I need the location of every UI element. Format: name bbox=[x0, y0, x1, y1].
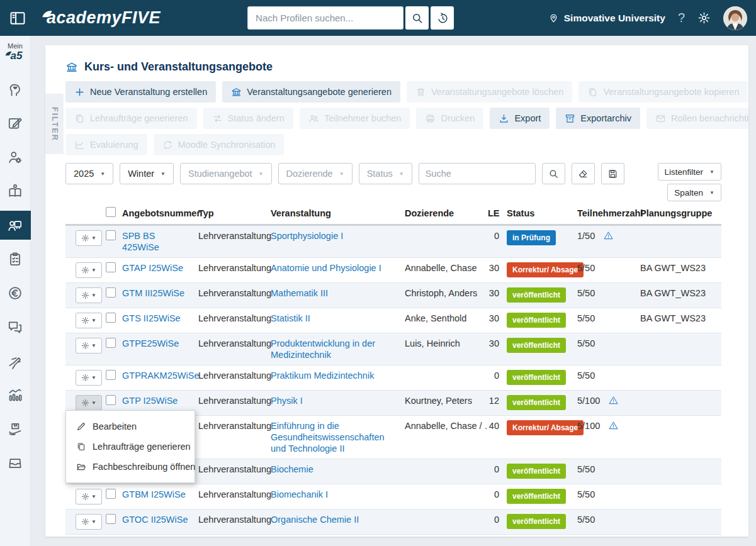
course-title-link[interactable]: Mathematik III bbox=[271, 288, 328, 298]
filter-status-dropdown[interactable]: Status▼ bbox=[359, 163, 412, 184]
row-actions-button[interactable]: ▼ bbox=[76, 514, 102, 530]
printer-icon bbox=[425, 113, 436, 124]
course-title-link[interactable]: Produktentwicklung in der Medizintechnik bbox=[271, 338, 375, 360]
row-actions-button[interactable]: ▼ bbox=[76, 370, 102, 386]
sidebar-item-course-book[interactable] bbox=[0, 177, 31, 206]
offer-number-link[interactable]: GTM III25WiSe bbox=[122, 288, 184, 298]
offer-number-link[interactable]: SPB BS 425WiSe bbox=[122, 231, 159, 252]
profile-search-input[interactable] bbox=[247, 6, 403, 30]
sidebar-item-mein-a5[interactable]: Mein a5 bbox=[8, 42, 23, 62]
university-selector[interactable]: Simovative University bbox=[548, 13, 665, 24]
course-title-link[interactable]: Biomechanik I bbox=[271, 489, 328, 499]
row-actions-button[interactable]: ▼ bbox=[76, 395, 102, 411]
offer-number-link[interactable]: GTAP I25WiSe bbox=[122, 263, 183, 273]
neue-veranstaltung-erstellen-button[interactable]: Neue Veranstaltung erstellen bbox=[65, 81, 216, 103]
column-header-status[interactable]: Status bbox=[507, 204, 577, 225]
offer-number-link[interactable]: GTS II25WiSe bbox=[122, 313, 181, 323]
row-lecturer bbox=[405, 365, 488, 391]
filter-studienangebot-dropdown[interactable]: Studienangebot▼ bbox=[180, 163, 272, 184]
app-logo[interactable]: academyFIVE bbox=[40, 8, 161, 28]
settings-button[interactable] bbox=[697, 11, 711, 25]
offer-number-link[interactable]: GTOC II25WiSe bbox=[122, 515, 188, 525]
sidebar-item-messages[interactable] bbox=[0, 313, 31, 342]
column-header-planungsgruppe[interactable]: Planungsgruppe bbox=[640, 204, 721, 225]
row-checkbox[interactable] bbox=[106, 338, 116, 348]
row-actions-button[interactable]: ▼ bbox=[76, 489, 102, 504]
row-checkbox[interactable] bbox=[106, 287, 116, 298]
trash-icon bbox=[415, 87, 426, 98]
list-search-input[interactable] bbox=[419, 163, 536, 184]
filter-dropdowns: 2025▼Winter▼Studienangebot▼Dozierende▼St… bbox=[65, 163, 412, 184]
veranstaltungsangebote-generieren-button[interactable]: Veranstaltungsangebote generieren bbox=[222, 81, 400, 103]
select-all-checkbox[interactable] bbox=[106, 207, 116, 217]
row-actions-button[interactable]: ▼ bbox=[76, 262, 102, 278]
exportarchiv-button[interactable]: Exportarchiv bbox=[556, 108, 640, 129]
sidebar-item-user-settings[interactable] bbox=[0, 143, 31, 172]
row-actions-button[interactable]: ▼ bbox=[76, 338, 102, 354]
row-checkbox[interactable] bbox=[106, 514, 116, 524]
statistics-icon bbox=[7, 387, 23, 403]
offer-number-link[interactable]: GTPRAKM25WiSe bbox=[122, 370, 199, 381]
offer-number-link[interactable]: GTPE25WiSe bbox=[122, 338, 179, 348]
search-filter-button[interactable] bbox=[542, 163, 565, 184]
course-title-link[interactable]: Biochemie bbox=[271, 464, 313, 474]
search-history-button[interactable] bbox=[431, 6, 454, 30]
gear-icon bbox=[81, 518, 89, 526]
row-actions-button[interactable]: ▼ bbox=[76, 287, 102, 303]
column-header-typ[interactable]: Typ bbox=[198, 204, 271, 225]
search-button[interactable] bbox=[405, 6, 429, 30]
row-actions-button[interactable]: ▼ bbox=[76, 230, 102, 246]
filter-panel-tab[interactable]: FILTER bbox=[45, 94, 64, 154]
column-header-angebotsnummer[interactable]: Angebotsnummer bbox=[122, 204, 198, 225]
user-avatar[interactable] bbox=[723, 6, 747, 30]
listenfilter-button[interactable]: Listenfilter▼ bbox=[658, 163, 721, 181]
sidebar-item-tasks[interactable] bbox=[0, 245, 31, 274]
row-checkbox[interactable] bbox=[106, 230, 116, 240]
row-checkbox[interactable] bbox=[106, 313, 116, 323]
menu-item-lehrauftraege-generieren[interactable]: Lehraufträge generieren bbox=[66, 437, 195, 457]
menu-item-bearbeiten[interactable]: Bearbeiten bbox=[66, 416, 195, 437]
sidebar-item-signature[interactable] bbox=[0, 347, 31, 376]
export-button[interactable]: Export bbox=[490, 108, 550, 129]
course-title-link[interactable]: Einführung in die Gesundheitswissenschaf… bbox=[271, 421, 385, 454]
sidebar-item-profile[interactable] bbox=[0, 75, 31, 104]
course-title-link[interactable]: Anatomie und Physiologie I bbox=[271, 263, 381, 273]
course-title-link[interactable]: Statistik II bbox=[271, 313, 310, 323]
sidebar-item-inbox[interactable] bbox=[0, 448, 31, 477]
filter-semester-dropdown[interactable]: Winter▼ bbox=[120, 163, 174, 184]
row-checkbox[interactable] bbox=[106, 262, 116, 272]
app-logo-text: academyFIVE bbox=[47, 8, 161, 27]
sidebar-item-compose[interactable] bbox=[0, 109, 31, 138]
spalten-button[interactable]: Spalten▼ bbox=[667, 184, 721, 201]
row-actions-button[interactable]: ▼ bbox=[76, 313, 102, 328]
sidebar-item-teaching[interactable] bbox=[0, 211, 31, 240]
filter-dozierende-dropdown[interactable]: Dozierende▼ bbox=[278, 163, 353, 184]
column-header-veranstaltung[interactable]: Veranstaltung bbox=[271, 204, 405, 225]
drucken-button: Drucken bbox=[416, 108, 483, 129]
row-participants: 5/50 bbox=[577, 459, 640, 484]
column-header-le[interactable]: LE bbox=[488, 204, 507, 225]
row-checkbox[interactable] bbox=[106, 370, 116, 380]
sidebar-item-statistics[interactable] bbox=[0, 381, 31, 410]
sidebar-item-finance[interactable] bbox=[0, 279, 31, 308]
filter-jahr-dropdown[interactable]: 2025▼ bbox=[65, 163, 113, 184]
course-title-link[interactable]: Physik I bbox=[271, 396, 303, 406]
menu-item-fachbeschreibung-oeffnen[interactable]: Fachbeschreibung öffnen bbox=[66, 457, 195, 477]
column-header-teilnehmerzahl[interactable]: Teilnehmerzahl bbox=[577, 204, 640, 225]
offer-number-link[interactable]: GTBM I25WiSe bbox=[122, 489, 186, 499]
clear-filter-button[interactable] bbox=[572, 163, 595, 184]
offer-number-link[interactable]: GTP I25WiSe bbox=[122, 396, 178, 406]
course-title-link[interactable]: Sportphysiologie I bbox=[271, 231, 343, 241]
sidebar-toggle-button[interactable] bbox=[9, 9, 26, 27]
row-checkbox[interactable] bbox=[106, 489, 116, 499]
save-filter-button[interactable] bbox=[601, 163, 624, 184]
row-checkbox[interactable] bbox=[106, 395, 116, 405]
column-header-dozierende[interactable]: Dozierende bbox=[405, 204, 488, 225]
course-title-link[interactable]: Organische Chemie II bbox=[271, 515, 359, 525]
course-title-link[interactable]: Praktikum Medizintechnik bbox=[271, 370, 374, 381]
row-planning-group bbox=[640, 484, 721, 510]
course-book-icon bbox=[7, 183, 23, 199]
sidebar-item-services[interactable] bbox=[0, 415, 31, 443]
row-lecturer bbox=[405, 459, 488, 484]
help-button[interactable]: ? bbox=[678, 11, 685, 25]
